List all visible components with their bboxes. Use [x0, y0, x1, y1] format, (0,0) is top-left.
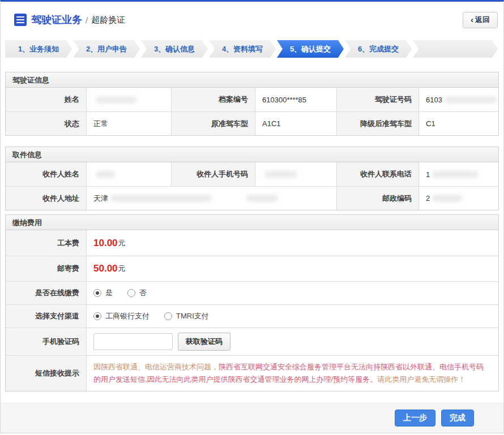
section-payment-fees: 缴纳费用 工本费 10.00 元 邮寄费 50.00 元 是否在线缴费: [5, 214, 499, 391]
mail-fee-amount: 50.00: [93, 263, 118, 274]
work-fee-label: 工本费: [6, 230, 86, 256]
field-recipient-address-value: 天津: [86, 187, 336, 210]
field-status-value: 正常: [86, 112, 171, 135]
fee-row-mail: 邮寄费 50.00 元: [6, 256, 498, 281]
sms-notice-label: 短信接收提示: [6, 356, 86, 391]
field-recipient-name-value: [86, 162, 171, 186]
online-pay-row: 是否在线缴费 是 否: [6, 281, 498, 304]
footer-action-bar: 上一步 完成: [1, 403, 503, 433]
online-pay-label: 是否在线缴费: [6, 282, 86, 304]
field-license-no-value: 6103: [418, 88, 498, 111]
section-title: 缴纳费用: [6, 215, 498, 230]
work-fee-unit: 元: [118, 238, 126, 248]
step-1: 1、业务须知: [5, 40, 72, 58]
get-sms-code-button[interactable]: 获取验证码: [178, 333, 230, 351]
sms-code-input[interactable]: [93, 333, 173, 350]
field-downgraded-class-value: C1: [418, 112, 498, 135]
finish-button[interactable]: 完成: [441, 410, 474, 427]
field-recipient-phone-value: 1: [418, 162, 498, 186]
section-title: 驾驶证信息: [6, 72, 498, 88]
mail-fee-unit: 元: [118, 264, 126, 274]
field-recipient-mobile-label: 收件人手机号码: [171, 162, 255, 186]
step-2: 2、用户申告: [73, 40, 140, 58]
work-fee-value: 10.00 元: [86, 230, 498, 256]
radio-channel-tmri[interactable]: TMRI支付: [164, 311, 209, 321]
radio-icon: [127, 289, 135, 297]
back-button[interactable]: ‹ 返回: [463, 12, 498, 28]
sms-code-label: 手机验证码: [6, 328, 86, 355]
radio-icon: [164, 312, 172, 320]
sms-notice-text: 因陕西省联通、电信运营商技术问题，陕西省互联网交通安全综合服务管理平台无法向持陕…: [87, 356, 498, 391]
sms-code-row: 手机验证码 获取验证码: [6, 328, 498, 355]
field-name-value: [86, 88, 171, 111]
form-list-icon: [14, 14, 27, 26]
field-recipient-name-label: 收件人姓名: [6, 162, 86, 186]
mail-fee-value: 50.00 元: [86, 256, 498, 281]
step-wizard: 1、业务须知 2、用户申告 3、确认信息 4、资料填写 5、确认提交 6、完成提…: [5, 40, 499, 58]
previous-step-button[interactable]: 上一步: [395, 410, 435, 427]
pay-channel-options: 工商银行支付 TMRI支付: [86, 305, 498, 328]
breadcrumb-divider: /: [86, 15, 88, 25]
table-row: 状态 正常 原准驾车型 A1C1 降级后准驾车型 C1: [6, 111, 498, 135]
header: 驾驶证业务 / 超龄换证 ‹ 返回: [1, 2, 503, 38]
redacted-blur: [246, 195, 278, 202]
field-status-label: 状态: [6, 112, 86, 135]
page-title: 驾驶证业务: [31, 13, 82, 27]
section-title: 取件信息: [6, 147, 498, 162]
page: 驾驶证业务 / 超龄换证 ‹ 返回 1、业务须知 2、用户申告 3、确认信息 4…: [0, 0, 504, 435]
radio-icon: [93, 312, 101, 320]
field-file-no-label: 档案编号: [171, 88, 255, 111]
step-6: 6、完成提交: [345, 40, 412, 58]
step-4: 4、资料填写: [209, 40, 276, 58]
radio-online-pay-yes[interactable]: 是: [93, 288, 113, 298]
field-license-no-label: 驾驶证号码: [336, 88, 418, 111]
field-postal-code-value: 2: [418, 187, 498, 210]
redacted-blur: [96, 96, 136, 104]
section-license-info: 驾驶证信息 姓名 档案编号 610300****85 驾驶证号码 6103 状态…: [5, 72, 499, 136]
step-5: 5、确认提交: [277, 40, 344, 58]
step-3: 3、确认信息: [141, 40, 208, 58]
field-file-no-value: 610300****85: [255, 88, 336, 111]
field-recipient-phone-label: 收件人联系电话: [336, 162, 418, 186]
radio-channel-icbc[interactable]: 工商银行支付: [93, 311, 150, 321]
chevron-left-icon: ‹: [471, 15, 473, 24]
pay-channel-row: 选择支付渠道 工商银行支付 TMRI支付: [6, 304, 498, 328]
table-row: 收件人姓名 收件人手机号码 收件人联系电话 1: [6, 162, 498, 186]
pay-channel-label: 选择支付渠道: [6, 305, 86, 328]
online-pay-options: 是 否: [86, 282, 498, 304]
radio-online-pay-no[interactable]: 否: [127, 288, 147, 298]
field-downgraded-class-label: 降级后准驾车型: [336, 112, 418, 135]
redacted-blur: [432, 171, 479, 178]
redacted-blur: [445, 96, 497, 104]
redacted-blur: [264, 171, 297, 178]
sms-code-controls: 获取验证码: [86, 328, 498, 355]
breadcrumb-current: 超龄换证: [91, 15, 125, 25]
redacted-blur: [432, 195, 463, 202]
section-pickup-info: 取件信息 收件人姓名 收件人手机号码 收件人联系电话 1 收件人地址 天津 邮政…: [5, 147, 499, 210]
sms-notice-value: 因陕西省联通、电信运营商技术问题，陕西省互联网交通安全综合服务管理平台无法向持陕…: [86, 356, 498, 391]
mail-fee-label: 邮寄费: [6, 256, 86, 281]
field-recipient-address-label: 收件人地址: [6, 187, 86, 210]
work-fee-amount: 10.00: [93, 238, 118, 249]
field-original-class-value: A1C1: [255, 112, 336, 135]
content-frame: 驾驶证业务 / 超龄换证 ‹ 返回 1、业务须知 2、用户申告 3、确认信息 4…: [0, 0, 504, 433]
redacted-blur: [96, 171, 115, 178]
sms-notice-row: 短信接收提示 因陕西省联通、电信运营商技术问题，陕西省互联网交通安全综合服务管理…: [6, 355, 498, 391]
field-name-label: 姓名: [6, 88, 86, 111]
field-recipient-mobile-value: [255, 162, 336, 186]
step-filler: [413, 40, 498, 58]
redacted-blur: [110, 195, 212, 202]
field-original-class-label: 原准驾车型: [171, 112, 255, 135]
fee-row-work: 工本费 10.00 元: [6, 230, 498, 256]
field-postal-code-label: 邮政编码: [336, 187, 418, 210]
table-row: 收件人地址 天津 邮政编码 2: [6, 186, 498, 210]
table-row: 姓名 档案编号 610300****85 驾驶证号码 6103: [6, 88, 498, 111]
radio-icon: [93, 289, 101, 297]
back-button-label: 返回: [475, 15, 490, 25]
